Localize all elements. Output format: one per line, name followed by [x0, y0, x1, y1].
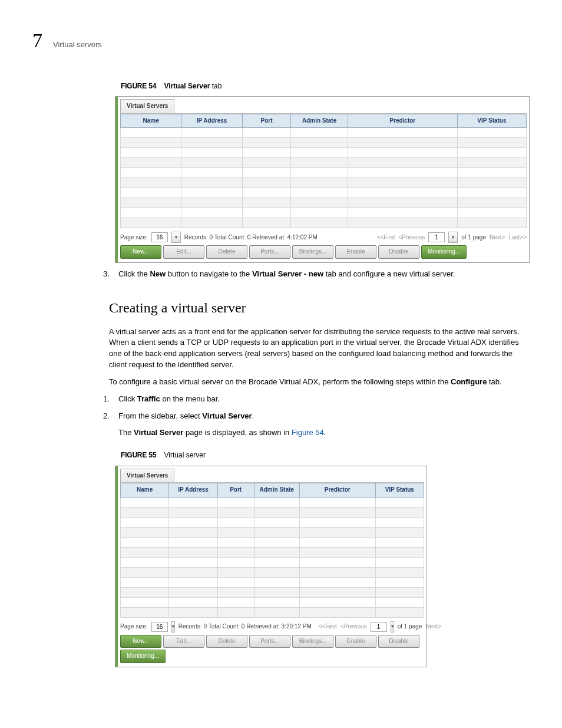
table-row	[121, 527, 424, 537]
table-row	[121, 577, 424, 587]
fig54-new-button[interactable]: New...	[120, 245, 161, 259]
table-row	[121, 208, 527, 218]
fig54-col-ip[interactable]: IP Address	[181, 114, 242, 128]
fig55-enable-button[interactable]: Enable	[335, 635, 376, 648]
figure54-screenshot: Virtual Servers Name IP Address Port Adm…	[115, 96, 530, 263]
fig54-nav-last[interactable]: Last>>	[508, 233, 527, 242]
fig54-disable-button[interactable]: Disable	[378, 245, 419, 259]
fig55-pagecur-input[interactable]	[371, 622, 387, 632]
fig54-edit-button[interactable]: Edit...	[163, 245, 204, 259]
fig54-col-vip[interactable]: VIP Status	[457, 114, 526, 128]
fig55-nav-next[interactable]: Next>	[425, 622, 441, 631]
table-row	[121, 607, 424, 617]
fig54-col-admin[interactable]: Admin State	[291, 114, 348, 128]
table-row	[121, 597, 424, 607]
step3-num: 3.	[103, 269, 111, 280]
fig54-col-predictor[interactable]: Predictor	[348, 114, 457, 128]
table-row	[121, 168, 527, 178]
fig55-records-text: Records: 0 Total Count: 0 Retrieved at: …	[178, 622, 312, 631]
chapter-title: Virtual servers	[53, 40, 102, 49]
figure54-caption-rest: tab	[210, 82, 222, 90]
table-row	[121, 557, 424, 567]
fig54-delete-button[interactable]: Delete	[206, 245, 247, 259]
fig54-nav-first[interactable]: <<First	[376, 233, 395, 242]
fig55-pagesize-label: Page size:	[120, 622, 148, 631]
fig54-col-name[interactable]: Name	[121, 114, 181, 128]
fig54-pagesize-dropdown[interactable]: ▾	[171, 232, 181, 243]
fig55-col-ip[interactable]: IP Address	[169, 483, 217, 498]
table-row	[121, 517, 424, 527]
figure54-label: FIGURE 54	[121, 82, 156, 90]
fig55-monitoring-button[interactable]: Monitoring...	[120, 650, 166, 663]
fig55-pagesize-dropdown[interactable]: ▾	[171, 621, 175, 633]
table-row	[121, 547, 424, 557]
fig55-col-vip[interactable]: VIP Status	[375, 483, 424, 498]
fig55-pagesize-input[interactable]	[151, 622, 168, 632]
fig55-nav-prev[interactable]: <Previous	[340, 622, 367, 631]
fig54-pagecur-dropdown[interactable]: ▾	[448, 232, 458, 243]
fig55-ports-button[interactable]: Ports...	[249, 635, 290, 648]
fig54-pagesize-label: Page size:	[120, 233, 148, 242]
fig54-enable-button[interactable]: Enable	[335, 245, 376, 259]
chapter-number: 7	[32, 29, 42, 52]
fig54-monitoring-button[interactable]: Monitoring...	[421, 245, 467, 259]
step2-sub: The Virtual Server page is displayed, as…	[118, 427, 530, 439]
fig55-edit-button[interactable]: Edit...	[163, 635, 204, 648]
step1-text: Click Traffic on the menu bar.	[118, 394, 220, 405]
green-stripe	[115, 97, 118, 262]
fig54-ports-button[interactable]: Ports...	[249, 245, 290, 259]
figure54-caption-bold: Virtual Server	[164, 82, 210, 90]
table-row	[121, 587, 424, 597]
step1-num: 1.	[103, 394, 111, 405]
fig54-nav-prev[interactable]: <Previous	[399, 233, 425, 242]
green-stripe	[115, 466, 118, 667]
fig55-col-port[interactable]: Port	[217, 483, 254, 498]
fig55-of-pages: of 1 page	[398, 622, 422, 631]
figure55-screenshot: Virtual Servers Name IP Address Port Adm…	[115, 466, 427, 667]
fig54-bindings-button[interactable]: Bindings...	[292, 245, 333, 259]
figure55-label: FIGURE 55	[121, 451, 156, 459]
fig55-nav-first[interactable]: <<First	[319, 622, 337, 631]
fig54-col-port[interactable]: Port	[242, 114, 291, 128]
fig54-of-pages: of 1 page	[461, 233, 486, 242]
fig55-col-admin[interactable]: Admin State	[254, 483, 299, 498]
step2-num: 2.	[103, 411, 111, 422]
table-row	[121, 158, 527, 168]
table-row	[121, 567, 424, 577]
fig54-pagesize-input[interactable]	[151, 232, 168, 242]
table-row	[121, 188, 527, 198]
fig55-tab[interactable]: Virtual Servers	[120, 469, 174, 483]
figure54-link[interactable]: Figure 54	[292, 428, 324, 437]
step2-text: From the sidebar, select Virtual Server.	[118, 411, 254, 422]
figure55-caption: Virtual server	[164, 451, 206, 459]
fig55-pagecur-dropdown[interactable]: ▾	[391, 621, 394, 633]
table-row	[121, 138, 527, 148]
fig55-col-name[interactable]: Name	[121, 483, 169, 498]
fig54-nav-next[interactable]: Next>	[490, 233, 505, 242]
fig54-records-text: Records: 0 Total Count: 0 Retrieved at: …	[184, 233, 318, 242]
fig55-new-button[interactable]: New...	[120, 635, 161, 648]
table-row	[121, 507, 424, 517]
table-row	[121, 218, 527, 228]
table-row	[121, 148, 527, 158]
table-row	[121, 497, 424, 507]
para2: To configure a basic virtual server on t…	[109, 377, 530, 388]
fig55-delete-button[interactable]: Delete	[206, 635, 247, 648]
step3-text: Click the New button to navigate to the …	[118, 269, 455, 280]
fig55-col-predictor[interactable]: Predictor	[299, 483, 375, 498]
table-row	[121, 537, 424, 547]
para1: A virtual server acts as a front end for…	[109, 327, 530, 371]
fig55-disable-button[interactable]: Disable	[378, 635, 419, 648]
section-heading: Creating a virtual server	[109, 298, 530, 318]
fig55-bindings-button[interactable]: Bindings...	[292, 635, 333, 648]
table-row	[121, 178, 527, 188]
fig54-tab[interactable]: Virtual Servers	[120, 99, 174, 113]
table-row	[121, 128, 527, 138]
table-row	[121, 198, 527, 208]
fig54-pagecur-input[interactable]	[428, 232, 445, 242]
